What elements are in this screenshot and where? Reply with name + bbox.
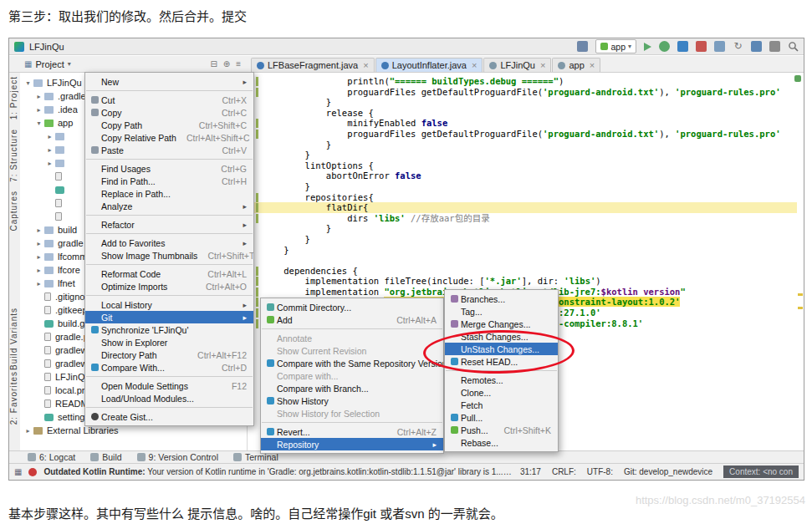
stop-icon[interactable] [696,41,707,52]
encoding-widget[interactable]: UTF-8: [587,467,613,476]
menu-item-revert[interactable]: Revert...Ctrl+Alt+Z [261,425,443,438]
chevron-right-icon[interactable]: ▸ [45,160,54,167]
profiler-icon[interactable] [677,41,688,52]
chevron-right-icon[interactable]: ▸ [34,106,43,114]
sdk-manager-icon[interactable] [769,41,780,52]
device-manager-icon[interactable] [751,41,762,52]
tool-strip-tab-captures[interactable]: Captures [9,191,20,231]
toolwindow-switcher-icon[interactable]: ▦ [14,467,22,476]
sync-icon[interactable]: ↻ [733,41,743,52]
settings-gear-icon[interactable]: ⊕ [223,59,230,69]
menu-item-copy-path[interactable]: Copy PathCtrl+Shift+C [85,119,253,131]
tool-window-button-9-version-control[interactable]: 9: Version Control [137,452,218,462]
chevron-right-icon[interactable]: ▸ [23,427,33,435]
chevron-down-icon[interactable]: ▾ [23,79,33,87]
tab-lfjinqu[interactable]: LFJinQu× [483,58,551,72]
menu-item-copy[interactable]: CopyCtrl+C [85,106,253,119]
tool-strip-tab-1-project[interactable]: 1: Project [9,76,20,120]
status-message[interactable]: Outdated Kotlin Runtime: Your version of… [43,467,513,476]
tool-window-button-build[interactable]: Build [90,452,121,462]
tool-strip-tab-build-variants[interactable]: Build Variants [9,308,20,370]
chevron-right-icon[interactable]: ▸ [34,280,43,287]
close-icon[interactable]: × [540,62,545,69]
run-icon[interactable] [644,43,651,51]
hide-panel-icon[interactable]: ≡ [236,59,241,69]
menu-item-refactor[interactable]: Refactor▸ [85,218,253,231]
menu-item-repository[interactable]: Repository▸ [261,438,443,450]
menu-item-clone[interactable]: Clone... [445,386,558,399]
menu-item-load-unload-modules[interactable]: Load/Unload Modules... [85,392,253,404]
menu-item-analyze[interactable]: Analyze▸ [85,200,253,212]
collapse-all-icon[interactable]: ⊟ [210,59,217,69]
menu-item-add-to-favorites[interactable]: Add to Favorites▸ [85,237,253,249]
menu-item-new[interactable]: New▸ [85,75,253,88]
wrench-icon[interactable] [577,41,588,52]
error-stripe-mark[interactable] [798,293,803,296]
menu-item-stash-changes[interactable]: Stash Changes... [445,330,558,343]
line-separator-widget[interactable]: CRLF: [552,467,576,476]
tool-window-button-6-logcat[interactable]: 6: Logcat [28,452,75,462]
menu-item-show-history[interactable]: Show History [261,394,443,407]
chevron-down-icon[interactable]: ▾ [34,120,43,127]
menu-item-directory-path[interactable]: Directory PathCtrl+Alt+F12 [85,348,253,361]
search-icon[interactable] [788,41,799,52]
menu-item-commit-directory[interactable]: Commit Directory... [261,301,443,313]
menu-item-git[interactable]: Git▸ [85,311,253,323]
chevron-right-icon[interactable]: ▸ [34,253,43,261]
chevron-right-icon[interactable]: ▸ [45,146,54,154]
menu-item-branches[interactable]: Branches... [445,293,558,305]
project-view-selector[interactable]: Project [35,59,64,69]
menu-item-reset-head[interactable]: Reset HEAD... [445,355,558,368]
run-config-select[interactable]: app ▾ [595,39,636,53]
menu-item-reformat-code[interactable]: Reformat CodeCtrl+Alt+L [85,267,253,280]
chevron-right-icon[interactable]: ▸ [34,226,43,234]
chevron-right-icon[interactable]: ▸ [45,133,54,140]
menu-item-push[interactable]: Push...Ctrl+Shift+K [445,424,558,436]
menu-item-show-in-explorer[interactable]: Show in Explorer [85,336,253,348]
blog-footer-text: 基本步骤这样。其中有写些什么 提示信息。啥的。自己经常操作git 或者svn 的… [8,504,503,521]
menu-item-show-image-thumbnails[interactable]: Show Image ThumbnailsCtrl+Shift+T [85,249,253,262]
inspection-indicator-icon[interactable] [794,75,801,82]
menu-item-tag[interactable]: Tag... [445,305,558,318]
tab-lfbasefragment-java[interactable]: LFBaseFragment.java× [251,58,375,72]
menu-item-compare-with[interactable]: Compare With...Ctrl+D [85,361,253,374]
close-icon[interactable]: × [590,62,595,69]
tab-layoutinflater-java[interactable]: LayoutInflater.java× [375,58,483,72]
error-stripe-mark[interactable] [798,307,803,309]
menu-item-cut[interactable]: CutCtrl+X [85,94,253,106]
debug-icon[interactable] [659,41,670,52]
menu-item-compare-with-branch[interactable]: Compare with Branch... [261,382,443,394]
close-icon[interactable]: × [363,62,368,69]
menu-item-find-in-path[interactable]: Find in Path...Ctrl+H [85,175,253,187]
menu-item-fetch[interactable]: Fetch [445,399,558,411]
chevron-right-icon[interactable]: ▸ [34,267,43,274]
menu-item-rebase[interactable]: Rebase... [445,436,558,449]
close-icon[interactable]: × [472,62,477,69]
tool-strip-tab-7-structure[interactable]: 7: Structure [9,129,20,182]
caret-position[interactable]: 31:17 [520,467,541,476]
menu-item-paste[interactable]: PasteCtrl+V [85,144,253,156]
menu-item-find-usages[interactable]: Find UsagesCtrl+G [85,162,253,175]
menu-item-compare-with: Compare with... [261,369,443,382]
menu-item-replace-in-path[interactable]: Replace in Path... [85,187,253,200]
menu-item-merge-changes[interactable]: Merge Changes... [445,318,558,330]
menu-item-local-history[interactable]: Local History▸ [85,298,253,311]
chevron-right-icon[interactable]: ▸ [34,240,43,247]
menu-item-compare-with-the-same-repository-version[interactable]: Compare with the Same Repository Version [261,357,443,369]
menu-item-unstash-changes[interactable]: UnStash Changes... [445,343,558,355]
menu-item-remotes[interactable]: Remotes... [445,374,558,386]
git-branch-widget[interactable]: Git: develop_newdevice [624,467,712,476]
file-icon [55,172,62,181]
menu-item-add[interactable]: AddCtrl+Alt+A [261,313,443,326]
submenu-arrow-icon: ▸ [232,301,247,309]
menu-item-optimize-imports[interactable]: Optimize ImportsCtrl+Alt+O [85,280,253,293]
menu-item-create-gist[interactable]: Create Gist... [85,410,253,423]
menu-item-open-module-settings[interactable]: Open Module SettingsF12 [85,379,253,392]
chevron-right-icon[interactable]: ▸ [34,93,43,100]
menu-item-pull[interactable]: Pull... [445,411,558,424]
tool-strip-tab-2-favorites[interactable]: 2: Favorites [9,371,20,425]
menu-item-synchronize-lfjinqu[interactable]: Synchronize 'LFJinQu' [85,323,253,336]
menu-item-copy-relative-path[interactable]: Copy Relative PathCtrl+Alt+Shift+C [85,131,253,144]
attach-debugger-icon[interactable] [714,41,725,52]
tab-app[interactable]: app× [552,58,600,72]
